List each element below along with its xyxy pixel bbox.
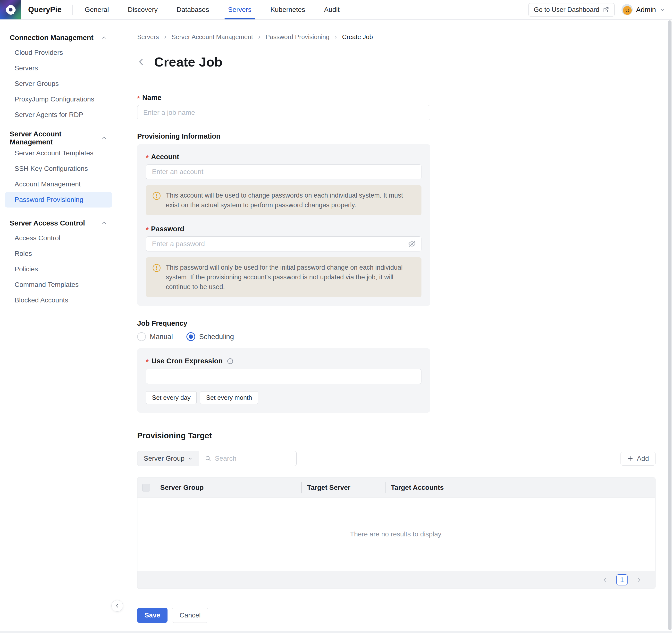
filter-field-select[interactable]: Server Group	[138, 451, 199, 466]
job-form: * Name Provisioning Information * Accoun…	[137, 94, 430, 413]
sidebar-header-connection-management[interactable]: Connection Management	[0, 33, 117, 43]
pagination-prev-button[interactable]	[601, 576, 609, 584]
name-label-row: * Name	[137, 94, 430, 102]
target-table-header: Server Group Target Server Target Accoun…	[138, 478, 655, 498]
required-marker: *	[146, 154, 149, 162]
radio-scheduling-label: Scheduling	[199, 333, 234, 341]
column-server-group: Server Group	[154, 478, 301, 497]
job-name-input[interactable]	[137, 105, 430, 120]
scheduling-panel: * Use Cron Expression Set every day Set …	[137, 348, 430, 413]
target-table: Server Group Target Server Target Accoun…	[137, 477, 655, 589]
info-icon[interactable]	[226, 358, 234, 365]
password-note-text: This password will only be used for the …	[166, 263, 415, 292]
set-every-day-button[interactable]: Set every day	[146, 391, 197, 404]
sidebar-item-policies[interactable]: Policies	[0, 261, 117, 277]
caret-down-icon	[188, 456, 193, 461]
name-label: Name	[142, 94, 162, 102]
select-all-checkbox[interactable]	[142, 484, 150, 491]
querypie-logo-icon	[4, 3, 17, 16]
sidebar-item-password-provisioning[interactable]: Password Provisioning	[5, 192, 112, 208]
password-note: This password will only be used for the …	[146, 257, 422, 297]
chevron-up-icon	[101, 220, 107, 226]
sidebar-header-server-access-control[interactable]: Server Access Control	[0, 218, 117, 228]
nav-item-kubernetes[interactable]: Kubernetes	[269, 0, 307, 19]
sidebar-section-server-account-management: Server Account Management Server Account…	[0, 133, 117, 208]
target-search-group: Server Group	[137, 451, 297, 466]
pagination-page-1[interactable]: 1	[617, 574, 628, 585]
sidebar-item-account-management[interactable]: Account Management	[0, 176, 117, 192]
user-name: Admin	[636, 6, 656, 14]
password-input[interactable]	[146, 237, 422, 251]
radio-scheduling[interactable]: Scheduling	[187, 332, 234, 341]
user-menu[interactable]: Admin	[622, 4, 666, 15]
topnav-right: Go to User Dashboard	[528, 3, 672, 17]
collapse-sidebar-button[interactable]	[112, 600, 123, 612]
sidebar-item-server-account-templates[interactable]: Server Account Templates	[0, 145, 117, 161]
target-toolbar: Server Group	[137, 451, 655, 466]
form-actions: Save Cancel	[137, 608, 672, 623]
nav-item-audit[interactable]: Audit	[322, 0, 341, 19]
sidebar-item-servers[interactable]: Servers	[0, 60, 117, 76]
main-content: Servers Server Account Management Passwo…	[117, 20, 672, 631]
chevron-left-icon	[137, 58, 145, 66]
back-button[interactable]	[137, 55, 148, 69]
account-input[interactable]	[146, 164, 422, 179]
save-button[interactable]: Save	[137, 608, 168, 623]
breadcrumb: Servers Server Account Management Passwo…	[137, 33, 672, 41]
nav-item-discovery[interactable]: Discovery	[126, 0, 159, 19]
target-table-footer: 1	[138, 570, 655, 589]
radio-manual[interactable]: Manual	[137, 332, 173, 341]
sidebar-item-roles[interactable]: Roles	[0, 246, 117, 261]
password-label: Password	[151, 225, 184, 233]
sidebar-item-server-agents-for-rdp[interactable]: Server Agents for RDP	[0, 107, 117, 123]
cron-preset-buttons: Set every day Set every month	[146, 391, 422, 404]
eye-off-icon[interactable]	[408, 240, 416, 248]
vertical-scrollbar[interactable]	[668, 20, 672, 630]
sidebar-item-server-groups[interactable]: Server Groups	[0, 76, 117, 92]
column-target-accounts: Target Accounts	[385, 478, 655, 497]
cancel-button[interactable]: Cancel	[172, 608, 208, 623]
filter-field-value: Server Group	[144, 455, 185, 462]
dashboard-button-label: Go to User Dashboard	[534, 6, 599, 14]
account-note-text: This account will be used to change pass…	[166, 191, 415, 210]
provisioning-information-title: Provisioning Information	[137, 132, 430, 140]
breadcrumb-servers[interactable]: Servers	[137, 33, 159, 41]
nav-item-databases[interactable]: Databases	[175, 0, 211, 19]
page-title: Create Job	[154, 54, 222, 69]
job-frequency-radio-group: Manual Scheduling	[137, 332, 430, 341]
layout: Connection Management Cloud Providers Se…	[0, 20, 672, 631]
add-target-button[interactable]: Add	[621, 452, 655, 465]
sidebar-item-command-templates[interactable]: Command Templates	[0, 277, 117, 292]
go-to-user-dashboard-button[interactable]: Go to User Dashboard	[528, 3, 615, 17]
sidebar-item-blocked-accounts[interactable]: Blocked Accounts	[0, 292, 117, 308]
nav-item-general[interactable]: General	[83, 0, 111, 19]
required-marker: *	[137, 95, 140, 102]
cron-label-row: * Use Cron Expression	[146, 357, 422, 365]
sidebar-item-cloud-providers[interactable]: Cloud Providers	[0, 45, 117, 60]
querypie-logo[interactable]	[0, 0, 21, 19]
target-search-input[interactable]	[215, 455, 291, 462]
sidebar-item-proxyjump-configurations[interactable]: ProxyJump Configurations	[0, 92, 117, 107]
pagination-next-button[interactable]	[634, 576, 643, 584]
warning-icon	[152, 192, 161, 200]
sidebar-section-title: Server Access Control	[10, 219, 85, 227]
job-frequency-label: Job Frequency	[137, 319, 430, 327]
nav-item-servers[interactable]: Servers	[226, 0, 253, 19]
empty-state-text: There are no results to display.	[350, 530, 442, 538]
sidebar-item-access-control[interactable]: Access Control	[0, 230, 117, 246]
provisioning-target-title: Provisioning Target	[137, 431, 672, 440]
sidebar: Connection Management Cloud Providers Se…	[0, 20, 117, 631]
breadcrumb-password-provisioning[interactable]: Password Provisioning	[266, 33, 330, 41]
bottom-strip	[0, 631, 672, 633]
account-label: Account	[151, 153, 179, 161]
sidebar-header-server-account-management[interactable]: Server Account Management	[0, 133, 117, 143]
brand-name[interactable]: QueryPie	[28, 5, 62, 14]
sidebar-item-ssh-key-configurations[interactable]: SSH Key Configurations	[0, 161, 117, 176]
cron-expression-input[interactable]	[146, 369, 422, 384]
set-every-month-button[interactable]: Set every month	[200, 391, 258, 404]
breadcrumb-create-job: Create Job	[342, 33, 373, 41]
external-link-icon	[603, 6, 609, 13]
breadcrumb-server-account-management[interactable]: Server Account Management	[172, 33, 253, 41]
account-label-row: * Account	[146, 153, 422, 161]
chevron-right-icon	[635, 577, 642, 583]
